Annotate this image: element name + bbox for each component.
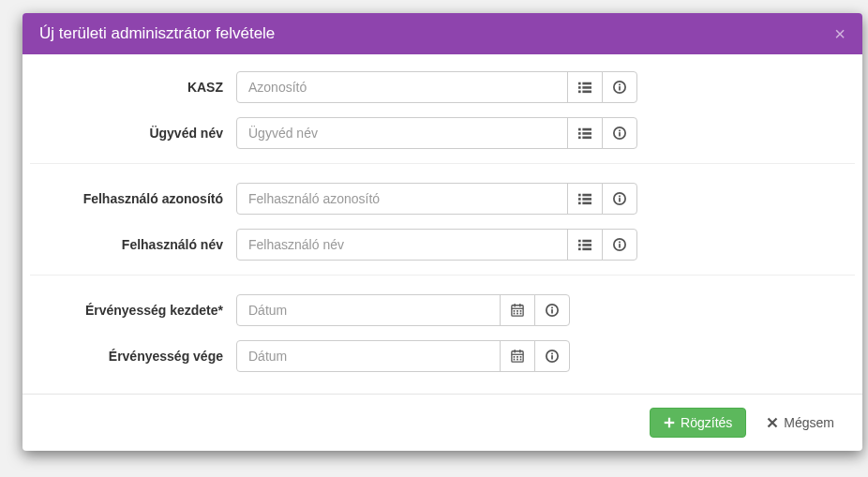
info-icon: [546, 304, 559, 317]
svg-rect-63: [665, 422, 675, 424]
svg-rect-51: [515, 350, 516, 353]
group-felh-azon: [236, 183, 637, 215]
svg-rect-34: [619, 244, 621, 247]
modal-title: Új területi adminisztrátor felvétele: [39, 24, 275, 43]
svg-rect-58: [520, 359, 522, 361]
save-button[interactable]: Rögzítés: [650, 408, 746, 438]
row-felh-azon: Felhasználó azonosító: [30, 183, 855, 215]
svg-rect-17: [619, 130, 621, 132]
calendar-icon: [511, 350, 524, 363]
svg-rect-13: [578, 137, 581, 140]
info-icon: [613, 127, 626, 140]
list-button-ugyved-nev[interactable]: [567, 117, 603, 149]
svg-rect-14: [582, 137, 591, 140]
row-erv-kezdete: Érvényesség kezdete*: [30, 294, 855, 326]
svg-rect-21: [582, 198, 591, 201]
svg-rect-25: [619, 198, 621, 201]
svg-rect-57: [516, 359, 518, 361]
info-icon: [613, 192, 626, 205]
info-button-ugyved-nev[interactable]: [602, 117, 637, 149]
svg-rect-10: [582, 128, 591, 131]
modal-footer: Rögzítés Mégsem: [22, 394, 862, 451]
svg-rect-30: [582, 244, 591, 246]
info-button-erv-kezdete[interactable]: [534, 294, 570, 326]
svg-rect-9: [578, 128, 581, 131]
cancel-button[interactable]: Mégsem: [754, 408, 847, 438]
list-icon: [578, 127, 591, 140]
close-button[interactable]: ×: [834, 24, 846, 43]
info-button-kasz[interactable]: [602, 71, 637, 103]
calendar-button-erv-kezdete[interactable]: [500, 294, 535, 326]
svg-rect-27: [578, 240, 581, 243]
input-ugyved-nev[interactable]: [236, 117, 568, 149]
label-erv-kezdete: Érvényesség kezdete*: [30, 303, 236, 318]
modal-header: Új területi adminisztrátor felvétele ×: [22, 13, 862, 54]
list-button-felh-azon[interactable]: [567, 183, 603, 215]
svg-rect-23: [582, 202, 591, 205]
row-ugyved-nev: Ügyvéd név: [30, 117, 855, 149]
svg-rect-39: [519, 304, 520, 307]
modal-dialog: Új területi adminisztrátor felvétele × K…: [22, 13, 862, 451]
list-icon: [578, 238, 591, 251]
svg-rect-55: [520, 356, 522, 358]
group-erv-kezdete: [236, 294, 570, 326]
svg-rect-35: [619, 242, 621, 244]
list-icon: [578, 192, 591, 205]
svg-rect-47: [551, 309, 553, 313]
svg-rect-41: [516, 310, 518, 312]
save-button-label: Rögzítés: [681, 415, 732, 430]
label-erv-vege: Érvényesség vége: [30, 349, 236, 364]
svg-rect-53: [514, 356, 516, 358]
input-felh-azon[interactable]: [236, 183, 568, 215]
svg-rect-38: [515, 304, 516, 307]
svg-rect-28: [582, 240, 591, 243]
svg-rect-4: [578, 91, 581, 94]
group-felh-nev: [236, 229, 637, 261]
close-icon: ×: [834, 23, 846, 44]
svg-rect-43: [514, 313, 516, 315]
input-erv-kezdete[interactable]: [236, 294, 501, 326]
row-erv-vege: Érvényesség vége: [30, 340, 855, 372]
group-erv-vege: [236, 340, 570, 372]
divider-1: [30, 163, 855, 164]
list-button-felh-nev[interactable]: [567, 229, 603, 261]
label-kasz: KASZ: [30, 80, 236, 95]
row-kasz: KASZ: [30, 71, 855, 103]
svg-rect-54: [516, 356, 518, 358]
input-erv-vege[interactable]: [236, 340, 501, 372]
input-felh-nev[interactable]: [236, 229, 568, 261]
svg-rect-31: [578, 248, 581, 251]
svg-rect-2: [578, 86, 581, 89]
svg-rect-7: [619, 86, 621, 90]
svg-rect-5: [582, 91, 591, 94]
svg-rect-1: [582, 82, 591, 85]
svg-rect-16: [619, 132, 621, 136]
svg-rect-20: [578, 198, 581, 201]
svg-rect-32: [582, 248, 591, 251]
svg-rect-26: [619, 196, 621, 198]
info-button-erv-vege[interactable]: [534, 340, 570, 372]
info-icon: [613, 238, 626, 251]
row-felh-nev: Felhasználó név: [30, 229, 855, 261]
svg-rect-45: [520, 313, 522, 315]
label-felh-azon: Felhasználó azonosító: [30, 191, 236, 206]
group-kasz: [236, 71, 637, 103]
svg-rect-48: [551, 307, 553, 309]
info-icon: [546, 350, 559, 363]
label-ugyved-nev: Ügyvéd név: [30, 126, 236, 141]
svg-rect-40: [514, 310, 516, 312]
cancel-button-label: Mégsem: [784, 415, 834, 430]
svg-rect-29: [578, 244, 581, 246]
svg-rect-19: [582, 194, 591, 197]
info-icon: [613, 81, 626, 94]
svg-rect-60: [551, 355, 553, 359]
svg-rect-3: [582, 86, 591, 89]
input-kasz[interactable]: [236, 71, 568, 103]
calendar-button-erv-vege[interactable]: [500, 340, 535, 372]
info-button-felh-azon[interactable]: [602, 183, 637, 215]
svg-rect-8: [619, 84, 621, 86]
list-button-kasz[interactable]: [567, 71, 603, 103]
calendar-icon: [511, 304, 524, 317]
divider-2: [30, 275, 855, 276]
info-button-felh-nev[interactable]: [602, 229, 637, 261]
